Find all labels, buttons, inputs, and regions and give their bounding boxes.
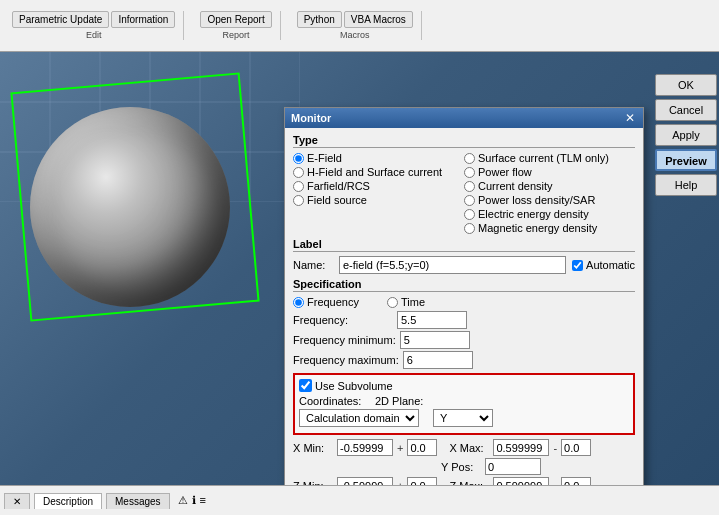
zmin-pm-sign: +: [397, 480, 403, 486]
type-hfield-radio[interactable]: [293, 167, 304, 178]
frequency-row: Frequency:: [293, 311, 635, 329]
information-button[interactable]: Information: [111, 11, 175, 28]
xmax-offset-input[interactable]: [561, 439, 591, 456]
name-row: Name: Automatic: [293, 256, 635, 274]
ypos-input[interactable]: [485, 458, 541, 475]
type-fieldsource-label: Field source: [307, 194, 367, 206]
type-magneticenergy[interactable]: Magnetic energy density: [464, 222, 635, 234]
zmax-offset-input[interactable]: [561, 477, 591, 485]
spec-time[interactable]: Time: [387, 296, 425, 308]
type-farfield-radio[interactable]: [293, 181, 304, 192]
type-right-col: Surface current (TLM only) Power flow Cu…: [464, 152, 635, 234]
spec-time-radio[interactable]: [387, 297, 398, 308]
edit-label: Edit: [86, 30, 102, 40]
automatic-checkbox-label[interactable]: Automatic: [572, 259, 635, 271]
zminmax-row: Z Min: + Z Max: -: [293, 477, 635, 485]
toolbar-group-edit: Parametric Update Information Edit: [4, 11, 184, 40]
type-currentdensity[interactable]: Current density: [464, 180, 635, 192]
type-fieldsource[interactable]: Field source: [293, 194, 464, 206]
ok-button[interactable]: OK: [655, 74, 717, 96]
type-powerflow-radio[interactable]: [464, 167, 475, 178]
subvolume-section: Use Subvolume Coordinates: 2D Plane: Cal…: [293, 373, 635, 435]
coords-row: Coordinates: 2D Plane:: [299, 395, 629, 407]
freq-min-input[interactable]: [400, 331, 470, 349]
python-button[interactable]: Python: [297, 11, 342, 28]
type-radio-group: E-Field H-Field and Surface current Farf…: [293, 152, 635, 234]
spec-section: Specification: [293, 278, 635, 292]
type-surfcurrent-radio[interactable]: [464, 153, 475, 164]
automatic-checkbox[interactable]: [572, 260, 583, 271]
toolbar: Parametric Update Information Edit Open …: [0, 0, 719, 52]
type-hfield[interactable]: H-Field and Surface current: [293, 166, 464, 178]
preview-button[interactable]: Preview: [655, 149, 717, 171]
dialog-close-button[interactable]: ✕: [623, 111, 637, 125]
type-magneticenergy-radio[interactable]: [464, 223, 475, 234]
macros-label: Macros: [340, 30, 370, 40]
toolbar-edit-buttons: Parametric Update Information: [12, 11, 175, 28]
ypos-row: Y Pos:: [293, 458, 635, 475]
xmin-offset-input[interactable]: [407, 439, 437, 456]
type-left-col: E-Field H-Field and Surface current Farf…: [293, 152, 464, 234]
use-subvolume-checkbox[interactable]: [299, 379, 312, 392]
open-report-button[interactable]: Open Report: [200, 11, 271, 28]
xmin-input[interactable]: [337, 439, 393, 456]
zmax-pm-sign: -: [553, 480, 557, 486]
bottom-icons: ⚠ ℹ ≡: [178, 494, 206, 507]
type-powerloss-radio[interactable]: [464, 195, 475, 206]
viewport: Monitor ✕ Type E-Field: [0, 52, 719, 485]
freq-max-row: Frequency maximum:: [293, 351, 635, 369]
type-powerloss-label: Power loss density/SAR: [478, 194, 595, 206]
apply-button[interactable]: Apply: [655, 124, 717, 146]
xmin-label: X Min:: [293, 442, 333, 454]
type-efield-radio[interactable]: [293, 153, 304, 164]
type-hfield-label: H-Field and Surface current: [307, 166, 442, 178]
xmax-pm-sign: -: [553, 442, 557, 454]
type-efield-label: E-Field: [307, 152, 342, 164]
automatic-label: Automatic: [586, 259, 635, 271]
zmin-offset-input[interactable]: [407, 477, 437, 485]
cancel-button[interactable]: Cancel: [655, 99, 717, 121]
type-currentdensity-radio[interactable]: [464, 181, 475, 192]
type-section: Type: [293, 134, 635, 148]
label-section-label: Label: [293, 238, 322, 250]
zmin-input[interactable]: [337, 477, 393, 485]
coords-dropdowns-row: Calculation domain Free Y X Z: [299, 409, 629, 427]
type-fieldsource-radio[interactable]: [293, 195, 304, 206]
help-button[interactable]: Help: [655, 174, 717, 196]
type-efield[interactable]: E-Field: [293, 152, 464, 164]
type-surfcurrent-label: Surface current (TLM only): [478, 152, 609, 164]
coordinates-label: Coordinates:: [299, 395, 369, 407]
spec-frequency[interactable]: Frequency: [293, 296, 359, 308]
zmax-input[interactable]: [493, 477, 549, 485]
close-description-button[interactable]: ✕: [4, 493, 30, 509]
plane-2d-label: 2D Plane:: [375, 395, 425, 407]
menu-icon: ≡: [200, 494, 206, 507]
type-powerflow[interactable]: Power flow: [464, 166, 635, 178]
dialog-title: Monitor: [291, 112, 331, 124]
type-electricenergy[interactable]: Electric energy density: [464, 208, 635, 220]
messages-tab[interactable]: Messages: [106, 493, 170, 509]
name-input[interactable]: [339, 256, 566, 274]
spec-time-label: Time: [401, 296, 425, 308]
name-label: Name:: [293, 259, 333, 271]
freq-max-input[interactable]: [403, 351, 473, 369]
frequency-input[interactable]: [397, 311, 467, 329]
warning-icon: ⚠: [178, 494, 188, 507]
parametric-update-button[interactable]: Parametric Update: [12, 11, 109, 28]
vba-macros-button[interactable]: VBA Macros: [344, 11, 413, 28]
spec-frequency-radio[interactable]: [293, 297, 304, 308]
type-farfield[interactable]: Farfield/RCS: [293, 180, 464, 192]
monitor-dialog: Monitor ✕ Type E-Field: [284, 107, 644, 485]
type-powerflow-label: Power flow: [478, 166, 532, 178]
info-icon: ℹ: [192, 494, 196, 507]
frequency-label: Frequency:: [293, 314, 393, 326]
description-tab[interactable]: Description: [34, 493, 102, 509]
type-surfcurrent[interactable]: Surface current (TLM only): [464, 152, 635, 164]
freq-min-row: Frequency minimum:: [293, 331, 635, 349]
type-electricenergy-radio[interactable]: [464, 209, 475, 220]
coordinates-dropdown[interactable]: Calculation domain Free: [299, 409, 419, 427]
dialog-body: Type E-Field H-Field and Surface current: [285, 128, 643, 485]
plane-dropdown[interactable]: Y X Z: [433, 409, 493, 427]
xmax-input[interactable]: [493, 439, 549, 456]
type-powerloss[interactable]: Power loss density/SAR: [464, 194, 635, 206]
